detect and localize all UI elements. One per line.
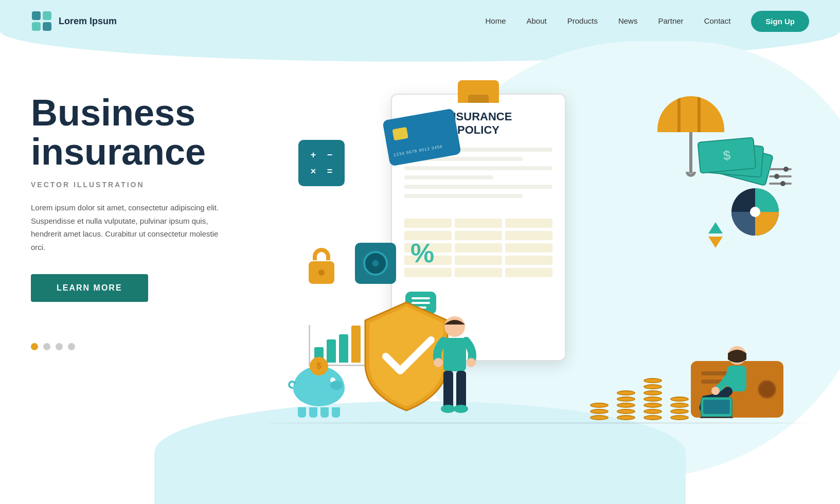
coin-stack-2 xyxy=(617,390,635,420)
nav-news[interactable]: News xyxy=(618,16,638,25)
nav-contact[interactable]: Contact xyxy=(704,16,731,25)
card-number: 1234 5678 9012 3456 xyxy=(393,144,443,157)
coin-stack-4 xyxy=(670,397,689,420)
illustration-panel: INSURANCE POLICY + xyxy=(267,63,809,484)
safe-icon xyxy=(355,243,396,284)
policy-line xyxy=(404,194,523,198)
ground-line xyxy=(267,422,809,424)
svg-rect-16 xyxy=(700,417,733,418)
svg-point-6 xyxy=(434,358,443,367)
lock-icon xyxy=(309,248,334,284)
umbrella-icon xyxy=(657,96,724,177)
policy-line xyxy=(404,175,493,179)
svg-point-7 xyxy=(467,358,476,367)
logo-area: Lorem Ipsum xyxy=(31,10,117,32)
dot-4[interactable] xyxy=(68,343,75,350)
svg-point-17 xyxy=(711,387,720,395)
svg-rect-3 xyxy=(43,22,51,31)
piggy-bank-icon: $ xyxy=(293,366,345,418)
left-panel: Business insurance VECTOR ILLUSTRATION L… xyxy=(31,63,267,350)
policy-line xyxy=(404,185,552,189)
percent-icon: % xyxy=(410,238,434,268)
nav-products[interactable]: Products xyxy=(567,16,598,25)
coin-stacks-icon xyxy=(588,378,691,420)
learn-more-button[interactable]: LEARN MORE xyxy=(31,274,148,302)
svg-point-11 xyxy=(454,405,468,413)
svg-rect-1 xyxy=(43,11,51,20)
nav-partner[interactable]: Partner xyxy=(658,16,683,25)
svg-rect-8 xyxy=(443,371,453,408)
svg-point-4 xyxy=(444,316,465,337)
nav-home[interactable]: Home xyxy=(485,16,506,25)
bar-3 xyxy=(339,334,348,363)
coin-stack-1 xyxy=(590,403,609,420)
piggy-dollar: $ xyxy=(310,357,328,375)
svg-rect-0 xyxy=(32,11,41,20)
svg-point-19 xyxy=(750,207,760,217)
calc-minus: − xyxy=(327,150,333,160)
main-content: Business insurance VECTOR ILLUSTRATION L… xyxy=(0,42,840,484)
pie-chart-icon xyxy=(729,186,781,240)
sliders-icon xyxy=(769,168,792,185)
hero-title: Business insurance xyxy=(31,94,267,171)
svg-rect-15 xyxy=(703,400,730,414)
person-female-figure xyxy=(696,346,758,420)
dot-3[interactable] xyxy=(56,343,63,350)
person-male-figure xyxy=(432,315,477,420)
calculator-icon: + − × = xyxy=(298,140,345,186)
piggy-legs xyxy=(293,407,345,418)
pagination-dots xyxy=(31,343,267,350)
nav-links: Home About Products News Partner Contact… xyxy=(485,11,809,32)
dot-2[interactable] xyxy=(43,343,50,350)
calc-times: × xyxy=(311,166,316,177)
bar-2 xyxy=(327,339,336,363)
hero-subtitle: VECTOR ILLUSTRATION xyxy=(31,181,267,189)
calc-equals: = xyxy=(327,166,333,177)
logo-icon xyxy=(31,10,52,32)
credit-card-icon: 1234 5678 9012 3456 xyxy=(386,114,458,160)
svg-point-10 xyxy=(441,405,455,413)
svg-rect-9 xyxy=(456,371,466,408)
logo-text: Lorem Ipsum xyxy=(59,16,117,27)
coin-stack-3 xyxy=(644,378,662,420)
calc-plus: + xyxy=(311,150,316,160)
policy-line xyxy=(404,166,552,170)
clipboard-clip xyxy=(458,80,499,103)
nav-about[interactable]: About xyxy=(527,16,547,25)
hero-description: Lorem ipsum dolor sit amet, consectetur … xyxy=(31,201,226,254)
dot-1[interactable] xyxy=(31,343,38,350)
navbar: Lorem Ipsum Home About Products News Par… xyxy=(0,0,840,42)
svg-rect-2 xyxy=(32,22,41,31)
arrows-icon xyxy=(708,222,723,248)
signup-button[interactable]: Sign Up xyxy=(751,11,809,32)
